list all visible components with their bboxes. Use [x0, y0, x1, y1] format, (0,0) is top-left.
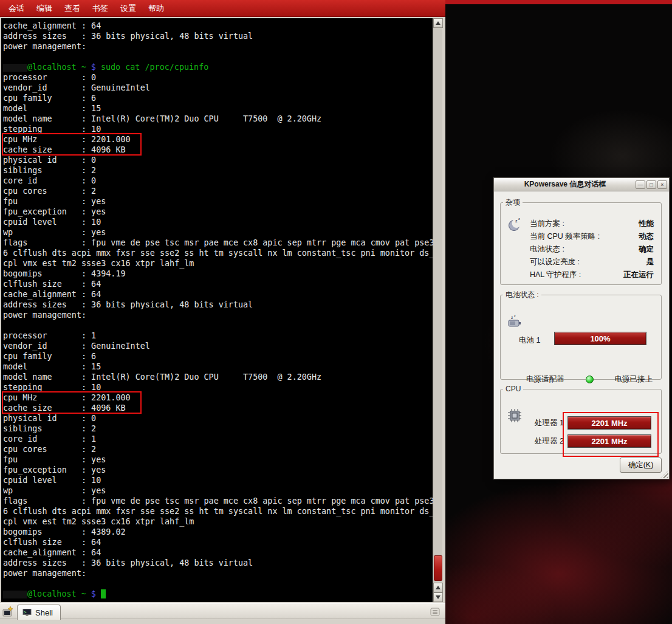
- cpu-group: CPU 处理器 12201: [500, 385, 662, 454]
- terminal-line: cpu family : 6: [3, 351, 433, 362]
- new-session-button[interactable]: [1, 605, 15, 619]
- terminal-line: model name : Intel(R) Core(TM)2 Duo CPU …: [3, 372, 433, 382]
- tab-label: Shell: [35, 608, 53, 617]
- command-text: sudo cat /proc/cpuinfo: [101, 63, 208, 72]
- screen: 会话编辑查看书签设置帮助 cache_alignment : 64address…: [0, 0, 672, 624]
- scroll-up-button-bottom[interactable]: [433, 583, 443, 592]
- info-label: 电池状态 :: [530, 244, 564, 255]
- terminal-line: model name : Intel(R) Core(TM)2 Duo CPU …: [3, 114, 433, 124]
- maximize-button[interactable]: □: [646, 180, 656, 189]
- battery-progress-bar: 100%: [554, 332, 646, 345]
- battery-percent: 100%: [590, 334, 610, 343]
- processor-row: 处理器 12201 MHz: [535, 414, 651, 432]
- terminal-line: cpu cores : 2: [3, 444, 433, 454]
- terminal-window: 会话编辑查看书签设置帮助 cache_alignment : 64address…: [0, 0, 445, 624]
- processor-label: 处理器 2: [535, 436, 567, 447]
- terminal-line: [3, 578, 433, 589]
- scrollbar-thumb[interactable]: [434, 555, 442, 581]
- info-value: 是: [646, 257, 654, 267]
- arrow-up-icon: [436, 586, 441, 589]
- terminal-line: siblings : 2: [3, 423, 433, 434]
- terminal-line: flags : fpu vme de pse tsc msr pae mce c…: [3, 238, 433, 248]
- terminal-line: [3, 52, 433, 62]
- cpu-group-title: CPU: [503, 385, 523, 393]
- misc-group: 杂项 z z 当前方案 :性能当前 CPU 频率策略 :动态电池状态 :确定可以…: [500, 197, 662, 285]
- terminal-line: core id : 1: [3, 434, 433, 444]
- processor-row: 处理器 22201 MHz: [535, 432, 651, 450]
- terminal-line: cpuid level : 10: [3, 217, 433, 227]
- prompt-host: @localhost ~: [27, 589, 86, 598]
- processor-frequency-bar: 2201 MHz: [567, 416, 651, 430]
- adapter-row: 电源适配器 电源已接上: [526, 374, 653, 385]
- terminal-cursor: [101, 589, 106, 598]
- svg-text:z: z: [511, 315, 513, 320]
- terminal-line: cache_alignment : 64: [3, 21, 433, 31]
- desktop-top-strip: [445, 0, 672, 4]
- minimize-button[interactable]: —: [636, 180, 645, 189]
- power-led-icon: [586, 375, 594, 383]
- ok-label-suffix: ): [651, 461, 653, 469]
- terminal-line: cpu family : 6: [3, 93, 433, 103]
- svg-text:>: >: [24, 610, 27, 615]
- menu-item[interactable]: 帮助: [142, 1, 170, 16]
- terminal-line: fpu : yes: [3, 196, 433, 207]
- terminal-menubar: 会话编辑查看书签设置帮助: [0, 0, 445, 17]
- ok-button[interactable]: 确定(K): [620, 458, 662, 473]
- processor-frequency-value: 2201 MHz: [591, 419, 627, 428]
- svg-text:z: z: [514, 314, 516, 318]
- info-label: 当前 CPU 频率策略 :: [530, 231, 600, 242]
- info-row: HAL 守护程序 :正在运行: [530, 269, 654, 281]
- terminal-line: vendor_id : GenuineIntel: [3, 83, 433, 93]
- processor-frequency-bar: 2201 MHz: [567, 434, 651, 448]
- terminal-line: fpu_exception : yes: [3, 465, 433, 475]
- terminal-line: 6 clflush dts acpi mmx fxsr sse sse2 ss …: [3, 506, 433, 516]
- processor-frequency-value: 2201 MHz: [591, 437, 627, 446]
- prompt-symbol: $: [86, 63, 101, 72]
- terminal-line: [3, 320, 433, 331]
- new-session-icon: [2, 606, 14, 618]
- terminal-icon: >: [22, 608, 32, 617]
- close-button[interactable]: ×: [657, 180, 667, 189]
- terminal-line: vendor_id : GenuineIntel: [3, 341, 433, 351]
- menu-item[interactable]: 设置: [114, 1, 142, 16]
- terminal-tabbar: > Shell: [0, 603, 445, 619]
- menu-item[interactable]: 书签: [86, 1, 114, 16]
- svg-text:z: z: [515, 219, 518, 223]
- info-value: 确定: [639, 244, 654, 255]
- terminal-line: physical id : 0: [3, 155, 433, 165]
- dialog-title: KPowersave 信息对话框: [496, 179, 634, 190]
- terminal-line: processor : 1: [3, 331, 433, 341]
- svg-text:z: z: [518, 217, 520, 221]
- terminal-line: physical id : 0: [3, 413, 433, 423]
- resize-grip[interactable]: [660, 470, 668, 478]
- terminal-line: stepping : 10: [3, 124, 433, 134]
- terminal-line: fpu_exception : yes: [3, 207, 433, 217]
- kpowersave-dialog: KPowersave 信息对话框 — □ × 杂项 z z: [493, 177, 670, 479]
- terminal-line: @localhost ~ $ sudo cat /proc/cpuinfo: [3, 62, 433, 72]
- battery-group: 电池状态 : z z 电池 1 100%: [500, 290, 662, 380]
- menu-item[interactable]: 查看: [58, 1, 86, 16]
- terminal-line: 6 clflush dts acpi mmx fxsr sse sse2 ss …: [3, 248, 433, 258]
- terminal-line: power management:: [3, 310, 433, 320]
- dialog-titlebar[interactable]: KPowersave 信息对话框 — □ ×: [494, 178, 669, 191]
- terminal-line: cpu MHz : 2201.000: [3, 393, 433, 403]
- terminal-line: stepping : 10: [3, 382, 433, 393]
- menu-item[interactable]: 会话: [2, 1, 30, 16]
- terminal-line: wp : yes: [3, 227, 433, 238]
- scroll-down-button[interactable]: [433, 592, 443, 602]
- tab-shell[interactable]: > Shell: [17, 605, 61, 620]
- scroll-up-button[interactable]: [433, 18, 443, 28]
- info-label: 当前方案 :: [530, 219, 564, 229]
- terminal-output[interactable]: cache_alignment : 64address sizes : 36 b…: [1, 18, 433, 602]
- processor-label: 处理器 1: [535, 418, 567, 428]
- terminal-line: cache_alignment : 64: [3, 547, 433, 558]
- menu-item[interactable]: 编辑: [30, 1, 58, 16]
- terminal-scrollbar[interactable]: [433, 18, 442, 602]
- info-label: HAL 守护程序 :: [530, 270, 581, 280]
- terminal-line: processor : 0: [3, 72, 433, 83]
- session-list-button[interactable]: [428, 605, 442, 619]
- session-list-icon: [430, 606, 441, 617]
- adapter-label: 电源适配器: [526, 374, 564, 385]
- misc-group-title: 杂项: [503, 197, 523, 208]
- cpu-rows: 处理器 12201 MHz处理器 22201 MHz: [535, 414, 651, 450]
